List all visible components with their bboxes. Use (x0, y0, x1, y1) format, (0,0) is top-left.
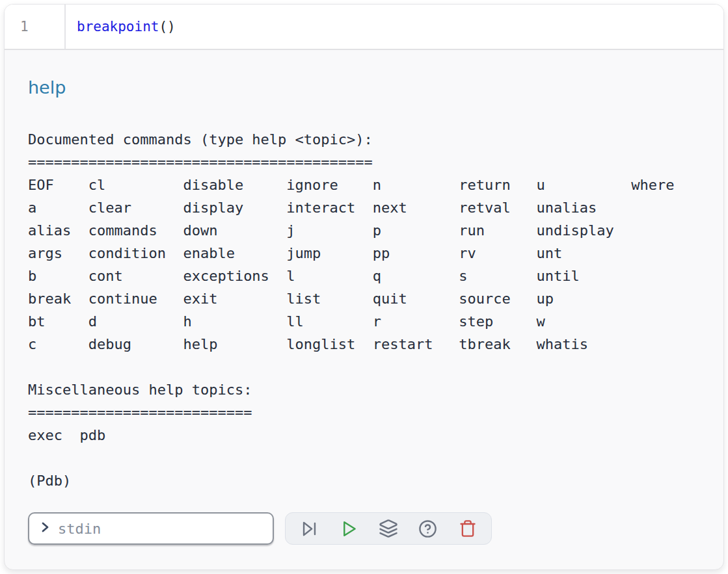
trash-icon (459, 519, 477, 538)
help-button[interactable] (413, 515, 443, 542)
toolbar (285, 512, 492, 545)
terminal-text: Documented commands (type help <topic>):… (28, 128, 674, 492)
help-circle-icon (418, 519, 437, 538)
layers-icon (379, 519, 398, 538)
line-number-gutter: 1 (5, 5, 66, 49)
delete-button[interactable] (453, 515, 483, 542)
run-button[interactable] (334, 515, 364, 542)
line-number: 1 (20, 19, 29, 34)
terminal-output-area: help Documented commands (type help <top… (5, 51, 723, 570)
skip-forward-icon (300, 519, 319, 538)
stdin-input[interactable] (58, 521, 265, 537)
step-forward-button[interactable] (294, 515, 324, 542)
python-playground-card: 1 breakpoint() help Documented commands … (4, 4, 724, 570)
code-token-keyword: breakpoint (77, 19, 159, 34)
echoed-command: help (28, 77, 66, 98)
stdin-input-box[interactable] (28, 512, 274, 545)
code-token-punctuation: () (159, 19, 175, 34)
stack-button[interactable] (373, 515, 403, 542)
terminal-controls (28, 512, 492, 545)
play-icon (340, 519, 358, 538)
code-line[interactable]: breakpoint() (66, 19, 176, 34)
code-editor[interactable]: 1 breakpoint() (5, 5, 723, 50)
chevron-right-icon (38, 521, 51, 536)
